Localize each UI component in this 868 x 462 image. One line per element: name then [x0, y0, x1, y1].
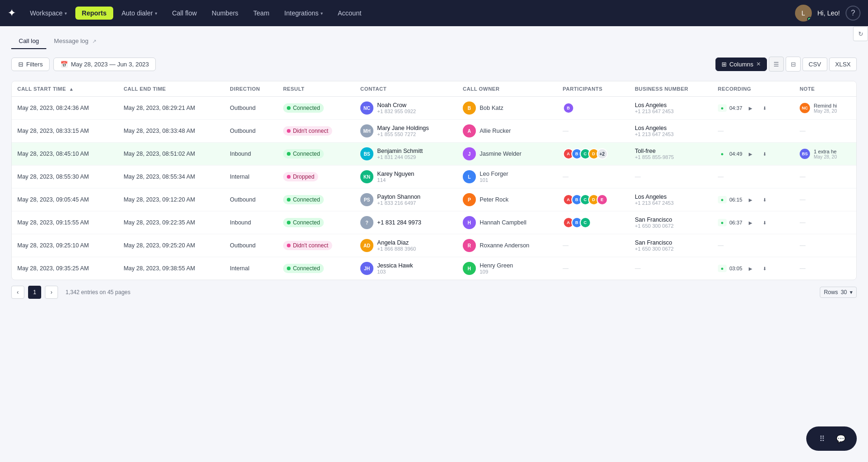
cell-contact: PS Payton Shannon +1 833 216 6497	[355, 188, 457, 211]
table-row[interactable]: May 28, 2023, 08:45:10 AM May 28, 2023, …	[12, 143, 856, 166]
cell-recording: ● 03:05 ▶ ⬇	[712, 257, 794, 280]
cell-contact: NC Noah Crow +1 832 955 0922	[355, 97, 457, 120]
rows-chevron-icon: ▾	[850, 289, 853, 296]
cell-call-start: May 28, 2023, 08:33:15 AM	[12, 120, 118, 143]
col-owner[interactable]: CALL OWNER	[457, 81, 557, 97]
download-recording-button[interactable]: ⬇	[759, 102, 770, 114]
rows-per-page-select[interactable]: Rows 30 ▾	[820, 287, 857, 298]
cell-note: —	[794, 166, 856, 188]
pagination: ‹ 1 › 1,342 entries on 45 pages Rows 30 …	[11, 280, 857, 304]
auto-dialer-chevron-icon: ▾	[155, 11, 157, 16]
play-recording-button[interactable]: ▶	[745, 148, 756, 159]
cell-call-end: May 28, 2023, 09:12:20 AM	[118, 188, 224, 211]
col-participants[interactable]: PARTICIPANTS	[557, 81, 629, 97]
download-recording-button[interactable]: ⬇	[759, 217, 770, 228]
col-direction[interactable]: DIRECTION	[224, 81, 277, 97]
play-recording-button[interactable]: ▶	[745, 194, 756, 205]
filter-icon: ⊟	[18, 61, 23, 68]
col-recording[interactable]: RECORDING	[712, 81, 794, 97]
filters-button[interactable]: ⊟ Filters	[11, 58, 50, 71]
recording-eye-icon: ●	[718, 150, 727, 158]
table-row[interactable]: May 28, 2023, 09:05:45 AM May 28, 2023, …	[12, 188, 856, 211]
export-csv-button[interactable]: CSV	[802, 58, 827, 71]
list-view-button[interactable]: ☰	[769, 57, 784, 72]
refresh-button[interactable]: ↻	[853, 26, 868, 41]
cell-participants: —	[557, 257, 629, 280]
owner-avatar: A	[463, 124, 476, 137]
integrations-chevron-icon: ▾	[321, 11, 323, 16]
owner-avatar: R	[463, 239, 476, 252]
cell-recording: ● 06:37 ▶ ⬇	[712, 211, 794, 234]
table-row[interactable]: May 28, 2023, 09:25:10 AM May 28, 2023, …	[12, 234, 856, 257]
nav-numbers[interactable]: Numbers	[205, 7, 245, 20]
cell-owner: A Allie Rucker	[457, 120, 557, 143]
nav-team[interactable]: Team	[247, 7, 276, 20]
nav-integrations[interactable]: Integrations ▾	[278, 7, 329, 20]
sort-arrow-icon: ▲	[69, 87, 73, 92]
columns-button[interactable]: ⊞ Columns ✕	[715, 58, 767, 71]
owner-avatar: P	[463, 193, 476, 206]
cell-participants: —	[557, 166, 629, 188]
download-recording-button[interactable]: ⬇	[759, 194, 770, 205]
result-dot	[287, 198, 291, 202]
nav-call-flow[interactable]: Call flow	[166, 7, 204, 20]
tab-call-log[interactable]: Call log	[11, 34, 46, 49]
table-row[interactable]: May 28, 2023, 09:15:55 AM May 28, 2023, …	[12, 211, 856, 234]
online-indicator	[807, 17, 812, 22]
table-row[interactable]: May 28, 2023, 08:33:15 AM May 28, 2023, …	[12, 120, 856, 143]
cell-result: Connected	[277, 97, 355, 120]
no-recording: —	[718, 173, 724, 180]
export-xlsx-button[interactable]: XLSX	[829, 58, 857, 71]
owner-avatar: L	[463, 170, 476, 183]
cell-contact: BS Benjamin Schmitt +1 831 244 0529	[355, 143, 457, 166]
col-note[interactable]: NOTE	[794, 81, 856, 97]
col-call-start[interactable]: CALL START TIME ▲	[12, 81, 118, 97]
contact-avatar: NC	[360, 101, 373, 115]
table-row[interactable]: May 28, 2023, 09:35:25 AM May 28, 2023, …	[12, 257, 856, 280]
nav-auto-dialer[interactable]: Auto dialer ▾	[115, 7, 164, 20]
message-log-icon: ↗	[92, 38, 96, 44]
cell-contact: JH Jessica Hawk 103	[355, 257, 457, 280]
avatar[interactable]: L	[795, 5, 812, 22]
play-recording-button[interactable]: ▶	[745, 263, 756, 274]
cell-note: —	[794, 120, 856, 143]
grid-view-button[interactable]: ⊟	[786, 57, 801, 72]
cell-owner: L Leo Forger101	[457, 166, 557, 188]
cell-call-start: May 28, 2023, 08:45:10 AM	[12, 143, 118, 166]
download-recording-button[interactable]: ⬇	[759, 263, 770, 274]
owner-avatar: H	[463, 262, 476, 275]
cell-direction: Outbound	[224, 234, 277, 257]
cell-result: Connected	[277, 143, 355, 166]
next-page-button[interactable]: ›	[45, 286, 58, 299]
cell-direction: Outbound	[224, 188, 277, 211]
cell-participants: ABC	[557, 211, 629, 234]
table-row[interactable]: May 28, 2023, 08:24:36 AM May 28, 2023, …	[12, 97, 856, 120]
download-recording-button[interactable]: ⬇	[759, 148, 770, 159]
cell-note: —	[794, 257, 856, 280]
nav-reports[interactable]: Reports	[75, 7, 113, 20]
cell-owner: H Henry Green109	[457, 257, 557, 280]
tab-message-log[interactable]: Message log ↗	[46, 34, 103, 49]
cell-participants: —	[557, 120, 629, 143]
play-recording-button[interactable]: ▶	[745, 102, 756, 114]
nav-account[interactable]: Account	[331, 7, 368, 20]
contact-avatar: JH	[360, 262, 373, 275]
date-range-button[interactable]: 📅 May 28, 2023 — Jun 3, 2023	[53, 58, 156, 71]
col-call-end[interactable]: CALL END TIME	[118, 81, 224, 97]
play-recording-button[interactable]: ▶	[745, 217, 756, 228]
col-contact[interactable]: CONTACT	[355, 81, 457, 97]
nav-workspace[interactable]: Workspace ▾	[23, 7, 73, 20]
cell-note: BS 1 extra he May 28, 20	[794, 143, 856, 166]
cell-result: Connected	[277, 211, 355, 234]
recording-eye-icon: ●	[718, 219, 727, 226]
cell-owner: R Roxanne Anderson	[457, 234, 557, 257]
table-row[interactable]: May 28, 2023, 08:55:30 AM May 28, 2023, …	[12, 166, 856, 188]
help-button[interactable]: ?	[846, 6, 861, 21]
col-biz-number[interactable]: BUSINESS NUMBER	[629, 81, 712, 97]
cell-call-start: May 28, 2023, 09:05:45 AM	[12, 188, 118, 211]
col-result[interactable]: RESULT	[277, 81, 355, 97]
cell-recording: ● 04:49 ▶ ⬇	[712, 143, 794, 166]
cell-owner: J Jasmine Welder	[457, 143, 557, 166]
result-dot	[287, 175, 291, 179]
prev-page-button[interactable]: ‹	[11, 286, 24, 299]
